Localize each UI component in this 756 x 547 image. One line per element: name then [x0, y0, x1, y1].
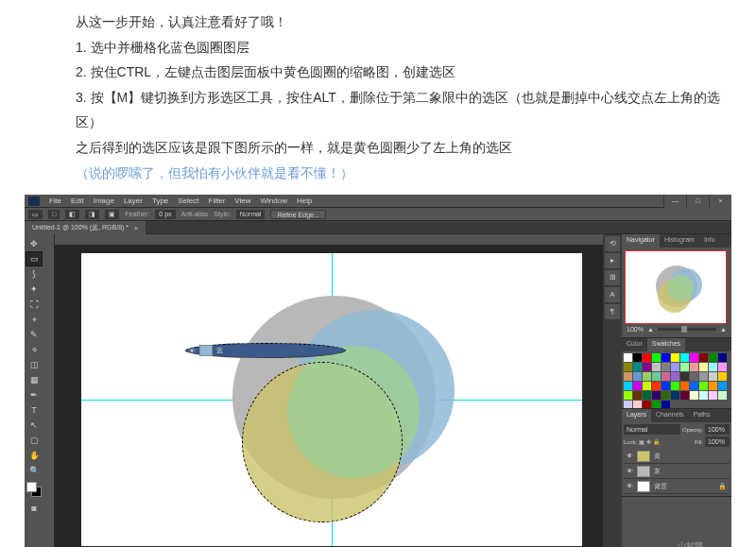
artboard[interactable]	[81, 253, 582, 546]
swatch-color[interactable]	[671, 391, 679, 400]
menu-layer[interactable]: Layer	[124, 197, 143, 205]
lock-all-icon[interactable]: 🔒	[653, 438, 660, 445]
swatch-color[interactable]	[633, 391, 642, 400]
swatch-color[interactable]	[643, 391, 651, 400]
swatch-color[interactable]	[699, 363, 708, 371]
lasso-tool[interactable]: ⟆	[26, 266, 43, 282]
tab-navigator[interactable]: Navigator	[622, 234, 660, 248]
magic-wand-tool[interactable]: ✦	[26, 282, 43, 297]
swatch-color[interactable]	[662, 353, 670, 362]
tab-close-icon[interactable]: ×	[134, 225, 138, 231]
swatch-color[interactable]	[662, 391, 670, 400]
visibility-icon[interactable]: 👁	[624, 468, 635, 474]
fill-input[interactable]: 100%	[705, 436, 730, 447]
swatch-color[interactable]	[624, 363, 632, 371]
swatch-color[interactable]	[699, 353, 708, 362]
shape-tool[interactable]: ▢	[26, 433, 43, 448]
brush-tool[interactable]: ✎	[26, 327, 43, 342]
swatch-color[interactable]	[699, 372, 708, 381]
tab-histogram[interactable]: Histogram	[660, 234, 699, 248]
menu-filter[interactable]: Filter	[209, 197, 226, 205]
layer-thumbnail[interactable]	[637, 451, 650, 462]
swatch-color[interactable]	[624, 353, 632, 362]
actions-icon[interactable]: ▸	[605, 253, 620, 268]
swatch-color[interactable]	[652, 353, 661, 362]
swatch-color[interactable]	[643, 372, 651, 381]
swatch-color[interactable]	[671, 353, 679, 362]
swatch-color[interactable]	[690, 363, 698, 371]
eyedropper-tool[interactable]: ⌖	[26, 312, 43, 327]
refine-edge-button[interactable]: Refine Edge...	[270, 210, 325, 219]
swatch-color[interactable]	[699, 391, 708, 400]
swatch-color[interactable]	[709, 391, 717, 400]
swatch-color[interactable]	[624, 372, 632, 381]
marquee-add-icon[interactable]: ◧	[65, 210, 79, 219]
layer-name[interactable]: 蓝	[215, 346, 345, 355]
blend-mode-dropdown[interactable]: Normal	[624, 424, 680, 435]
swatch-color[interactable]	[718, 353, 727, 362]
swatch-color[interactable]	[680, 372, 689, 381]
swatch-color[interactable]	[718, 382, 727, 390]
document-tab[interactable]: Untitled-1 @ 100% (蓝, RGB/8) * ×	[25, 221, 146, 234]
foreground-color[interactable]	[26, 482, 37, 492]
canvas-area[interactable]	[43, 234, 622, 547]
close-button[interactable]: ×	[709, 195, 731, 208]
layer-row[interactable]: 👁灰	[624, 464, 730, 479]
swatch-color[interactable]	[709, 382, 717, 390]
opacity-input[interactable]: 100%	[705, 424, 730, 435]
swatch-color[interactable]	[718, 372, 727, 381]
marquee-new-icon[interactable]: □	[48, 210, 60, 219]
lock-position-icon[interactable]: ✥	[646, 438, 651, 445]
type-tool[interactable]: T	[26, 402, 43, 418]
swatch-color[interactable]	[690, 353, 698, 362]
swatch-color[interactable]	[652, 401, 661, 408]
layer-row[interactable]: 👁背景🔒	[624, 479, 730, 494]
clone-tool[interactable]: ⎆	[26, 342, 43, 357]
swatch-color[interactable]	[680, 382, 689, 390]
swatch-color[interactable]	[633, 372, 642, 381]
swatch-color[interactable]	[643, 353, 651, 362]
menu-edit[interactable]: Edit	[71, 197, 84, 205]
swatch-color[interactable]	[652, 382, 661, 390]
swatch-color[interactable]	[709, 353, 717, 362]
menu-view[interactable]: View	[234, 197, 250, 205]
marquee-subtract-icon[interactable]: ◨	[85, 210, 99, 219]
swatch-color[interactable]	[671, 363, 679, 371]
swatch-color[interactable]	[652, 391, 661, 400]
visibility-icon[interactable]: 👁	[624, 453, 635, 459]
zoom-tool[interactable]: 🔍	[26, 463, 43, 478]
navigator-thumbnail[interactable]	[625, 250, 727, 324]
layer-thumbnail[interactable]	[199, 345, 213, 356]
gradient-tool[interactable]: ▦	[26, 372, 43, 387]
layer-thumbnail[interactable]	[637, 466, 650, 477]
layer-name[interactable]: 背景	[652, 482, 716, 491]
swatch-color[interactable]	[633, 353, 642, 362]
marquee-intersect-icon[interactable]: ▣	[105, 210, 119, 219]
swatch-color[interactable]	[690, 372, 698, 381]
menu-help[interactable]: Help	[297, 197, 312, 205]
swatch-color[interactable]	[652, 363, 661, 371]
layer-thumbnail[interactable]	[637, 481, 650, 492]
visibility-icon[interactable]: 👁	[186, 348, 198, 354]
pen-tool[interactable]: ✒	[26, 387, 43, 402]
tab-channels[interactable]: Channels	[651, 409, 689, 422]
tab-paths[interactable]: Paths	[689, 409, 715, 422]
eraser-tool[interactable]: ◫	[26, 357, 43, 372]
swatch-color[interactable]	[680, 363, 689, 371]
swatch-color[interactable]	[662, 372, 670, 381]
swatch-color[interactable]	[633, 401, 642, 408]
swatch-color[interactable]	[690, 382, 698, 390]
hand-tool[interactable]: ✋	[26, 448, 43, 463]
layer-name[interactable]: 黄	[652, 452, 730, 461]
swatch-color[interactable]	[709, 363, 717, 371]
swatch-color[interactable]	[680, 353, 689, 362]
move-tool[interactable]: ✥	[26, 236, 43, 251]
swatch-color[interactable]	[624, 401, 632, 408]
swatch-color[interactable]	[671, 372, 679, 381]
zoom-in-icon[interactable]: ▲	[720, 326, 727, 333]
minimize-button[interactable]: —	[663, 195, 686, 208]
swatches-grid[interactable]	[622, 351, 731, 408]
swatch-color[interactable]	[690, 391, 698, 400]
swatch-color[interactable]	[671, 382, 679, 390]
swatch-color[interactable]	[699, 382, 708, 390]
